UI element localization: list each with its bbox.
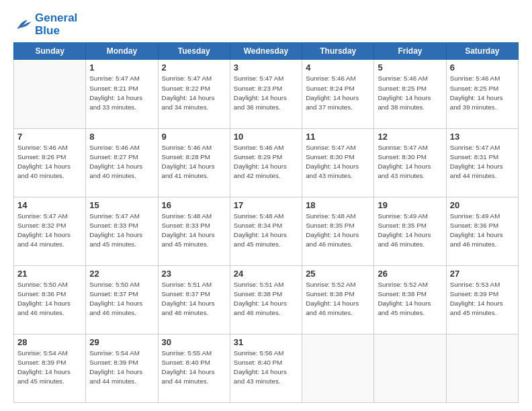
day-number: 28 <box>17 337 82 347</box>
day-number: 18 <box>306 200 370 210</box>
calendar-cell: 7Sunrise: 5:46 AMSunset: 8:26 PMDaylight… <box>14 128 86 197</box>
day-info: Sunrise: 5:51 AMSunset: 8:37 PMDaylight:… <box>162 280 226 318</box>
day-number: 25 <box>306 269 370 279</box>
day-number: 31 <box>234 337 298 347</box>
weekday-header-friday: Friday <box>374 43 446 60</box>
calendar-cell: 15Sunrise: 5:47 AMSunset: 8:33 PMDayligh… <box>86 197 158 265</box>
calendar-cell: 1Sunrise: 5:47 AMSunset: 8:21 PMDaylight… <box>86 60 158 128</box>
day-info: Sunrise: 5:47 AMSunset: 8:32 PMDaylight:… <box>17 212 82 250</box>
day-info: Sunrise: 5:54 AMSunset: 8:39 PMDaylight:… <box>89 349 154 387</box>
day-number: 10 <box>234 132 298 142</box>
calendar-cell: 19Sunrise: 5:49 AMSunset: 8:35 PMDayligh… <box>374 197 446 265</box>
day-info: Sunrise: 5:51 AMSunset: 8:38 PMDaylight:… <box>234 280 298 318</box>
day-info: Sunrise: 5:47 AMSunset: 8:23 PMDaylight:… <box>234 74 298 112</box>
day-number: 7 <box>17 132 82 142</box>
calendar-cell: 30Sunrise: 5:55 AMSunset: 8:40 PMDayligh… <box>158 334 230 402</box>
calendar-cell: 12Sunrise: 5:47 AMSunset: 8:30 PMDayligh… <box>374 128 446 197</box>
day-number: 27 <box>450 269 515 279</box>
calendar-cell: 23Sunrise: 5:51 AMSunset: 8:37 PMDayligh… <box>158 265 230 334</box>
day-info: Sunrise: 5:46 AMSunset: 8:25 PMDaylight:… <box>450 74 515 112</box>
day-number: 21 <box>17 269 82 279</box>
day-number: 30 <box>162 337 226 347</box>
day-number: 13 <box>450 132 515 142</box>
day-info: Sunrise: 5:54 AMSunset: 8:39 PMDaylight:… <box>17 349 82 387</box>
day-number: 23 <box>162 269 226 279</box>
day-number: 11 <box>306 132 370 142</box>
calendar-cell <box>374 334 446 402</box>
calendar-cell <box>14 60 86 128</box>
calendar-cell: 6Sunrise: 5:46 AMSunset: 8:25 PMDaylight… <box>446 60 518 128</box>
day-number: 29 <box>89 337 154 347</box>
calendar-cell <box>302 334 374 402</box>
calendar-cell: 2Sunrise: 5:47 AMSunset: 8:22 PMDaylight… <box>158 60 230 128</box>
day-info: Sunrise: 5:48 AMSunset: 8:33 PMDaylight:… <box>162 212 226 250</box>
logo: General Blue <box>13 12 77 37</box>
calendar-cell: 22Sunrise: 5:50 AMSunset: 8:37 PMDayligh… <box>86 265 158 334</box>
day-number: 24 <box>234 269 298 279</box>
day-info: Sunrise: 5:46 AMSunset: 8:25 PMDaylight:… <box>378 74 442 112</box>
calendar-cell: 17Sunrise: 5:48 AMSunset: 8:34 PMDayligh… <box>230 197 302 265</box>
day-number: 26 <box>378 269 442 279</box>
day-info: Sunrise: 5:50 AMSunset: 8:36 PMDaylight:… <box>17 280 82 318</box>
day-info: Sunrise: 5:50 AMSunset: 8:37 PMDaylight:… <box>89 280 154 318</box>
calendar-cell: 21Sunrise: 5:50 AMSunset: 8:36 PMDayligh… <box>14 265 86 334</box>
day-number: 16 <box>162 200 226 210</box>
day-number: 9 <box>162 132 226 142</box>
calendar-cell: 9Sunrise: 5:46 AMSunset: 8:28 PMDaylight… <box>158 128 230 197</box>
calendar-cell: 18Sunrise: 5:48 AMSunset: 8:35 PMDayligh… <box>302 197 374 265</box>
calendar-cell: 3Sunrise: 5:47 AMSunset: 8:23 PMDaylight… <box>230 60 302 128</box>
day-number: 12 <box>378 132 442 142</box>
day-info: Sunrise: 5:47 AMSunset: 8:22 PMDaylight:… <box>162 74 226 112</box>
day-info: Sunrise: 5:46 AMSunset: 8:24 PMDaylight:… <box>306 74 370 112</box>
calendar-week-5: 28Sunrise: 5:54 AMSunset: 8:39 PMDayligh… <box>14 334 519 402</box>
day-number: 22 <box>89 269 154 279</box>
weekday-header-saturday: Saturday <box>446 43 518 60</box>
day-number: 15 <box>89 200 154 210</box>
calendar-cell: 24Sunrise: 5:51 AMSunset: 8:38 PMDayligh… <box>230 265 302 334</box>
calendar-cell: 25Sunrise: 5:52 AMSunset: 8:38 PMDayligh… <box>302 265 374 334</box>
calendar-cell: 26Sunrise: 5:52 AMSunset: 8:38 PMDayligh… <box>374 265 446 334</box>
day-info: Sunrise: 5:52 AMSunset: 8:38 PMDaylight:… <box>378 280 442 318</box>
calendar-cell: 29Sunrise: 5:54 AMSunset: 8:39 PMDayligh… <box>86 334 158 402</box>
header: General Blue <box>13 12 519 37</box>
calendar-cell: 5Sunrise: 5:46 AMSunset: 8:25 PMDaylight… <box>374 60 446 128</box>
day-info: Sunrise: 5:47 AMSunset: 8:30 PMDaylight:… <box>378 143 442 181</box>
day-info: Sunrise: 5:46 AMSunset: 8:27 PMDaylight:… <box>89 143 154 181</box>
day-info: Sunrise: 5:52 AMSunset: 8:38 PMDaylight:… <box>306 280 370 318</box>
calendar-cell: 27Sunrise: 5:53 AMSunset: 8:39 PMDayligh… <box>446 265 518 334</box>
calendar-week-4: 21Sunrise: 5:50 AMSunset: 8:36 PMDayligh… <box>14 265 519 334</box>
day-info: Sunrise: 5:47 AMSunset: 8:30 PMDaylight:… <box>306 143 370 181</box>
weekday-header-sunday: Sunday <box>14 43 86 60</box>
day-number: 14 <box>17 200 82 210</box>
day-info: Sunrise: 5:46 AMSunset: 8:29 PMDaylight:… <box>234 143 298 181</box>
calendar-cell: 31Sunrise: 5:56 AMSunset: 8:40 PMDayligh… <box>230 334 302 402</box>
weekday-header-monday: Monday <box>86 43 158 60</box>
weekday-header-tuesday: Tuesday <box>158 43 230 60</box>
calendar-table: SundayMondayTuesdayWednesdayThursdayFrid… <box>13 42 519 403</box>
calendar-cell: 10Sunrise: 5:46 AMSunset: 8:29 PMDayligh… <box>230 128 302 197</box>
calendar-week-3: 14Sunrise: 5:47 AMSunset: 8:32 PMDayligh… <box>14 197 519 265</box>
calendar-cell: 28Sunrise: 5:54 AMSunset: 8:39 PMDayligh… <box>14 334 86 402</box>
day-number: 8 <box>89 132 154 142</box>
day-info: Sunrise: 5:56 AMSunset: 8:40 PMDaylight:… <box>234 349 298 387</box>
calendar-header-row: SundayMondayTuesdayWednesdayThursdayFrid… <box>14 43 519 60</box>
day-info: Sunrise: 5:47 AMSunset: 8:21 PMDaylight:… <box>89 74 154 112</box>
day-number: 2 <box>162 62 226 73</box>
calendar-cell: 4Sunrise: 5:46 AMSunset: 8:24 PMDaylight… <box>302 60 374 128</box>
day-info: Sunrise: 5:53 AMSunset: 8:39 PMDaylight:… <box>450 280 515 318</box>
day-number: 19 <box>378 200 442 210</box>
day-info: Sunrise: 5:47 AMSunset: 8:31 PMDaylight:… <box>450 143 515 181</box>
day-number: 4 <box>306 62 370 73</box>
day-info: Sunrise: 5:46 AMSunset: 8:28 PMDaylight:… <box>162 143 226 181</box>
day-info: Sunrise: 5:47 AMSunset: 8:33 PMDaylight:… <box>89 212 154 250</box>
calendar-cell: 14Sunrise: 5:47 AMSunset: 8:32 PMDayligh… <box>14 197 86 265</box>
day-info: Sunrise: 5:46 AMSunset: 8:26 PMDaylight:… <box>17 143 82 181</box>
calendar-cell: 11Sunrise: 5:47 AMSunset: 8:30 PMDayligh… <box>302 128 374 197</box>
page: General Blue SundayMondayTuesdayWednesda… <box>0 0 532 411</box>
day-number: 6 <box>450 62 515 73</box>
calendar-week-1: 1Sunrise: 5:47 AMSunset: 8:21 PMDaylight… <box>14 60 519 128</box>
weekday-header-wednesday: Wednesday <box>230 43 302 60</box>
day-number: 1 <box>89 62 154 73</box>
day-number: 17 <box>234 200 298 210</box>
day-info: Sunrise: 5:49 AMSunset: 8:36 PMDaylight:… <box>450 212 515 250</box>
